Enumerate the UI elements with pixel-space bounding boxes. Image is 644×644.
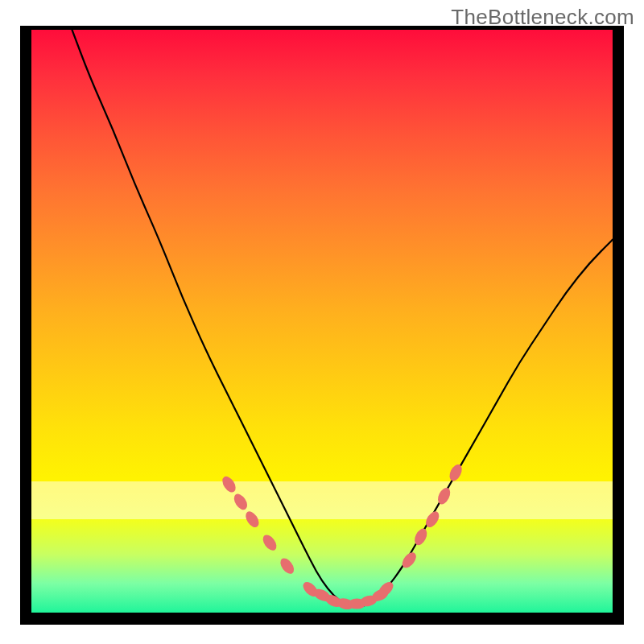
chart-outer-border (20, 26, 624, 625)
marker-group (220, 462, 464, 611)
curve-marker (231, 492, 250, 513)
curve-svg (31, 30, 613, 613)
plot-area (31, 30, 613, 613)
chart-frame: TheBottleneck.com (0, 0, 644, 644)
curve-marker (220, 474, 238, 495)
curve-marker (447, 462, 464, 482)
curve-marker (260, 532, 279, 552)
bottleneck-curve (72, 30, 613, 607)
curve-marker (436, 485, 452, 506)
curve-marker (278, 555, 297, 576)
watermark-text: TheBottleneck.com (451, 5, 634, 30)
curve-marker (412, 526, 429, 547)
curve-marker (243, 509, 262, 530)
